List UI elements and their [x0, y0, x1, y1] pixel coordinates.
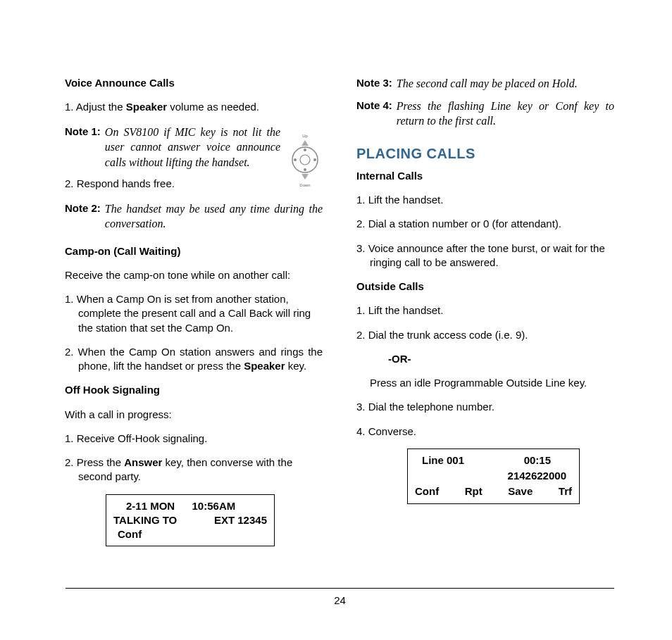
off-step-1: 1. Receive Off-Hook signaling.: [65, 432, 323, 446]
heading-internal-calls: Internal Calls: [356, 169, 614, 183]
outside-step-2b: Press an idle Programmable Outside Line …: [370, 376, 614, 390]
svg-text:Down: Down: [299, 183, 310, 187]
right-column: Note 3: The second call may be placed on…: [356, 76, 614, 546]
heading-outside-calls: Outside Calls: [356, 280, 614, 294]
note-1: Note 1: On SV8100 if MIC key is not lit …: [65, 125, 280, 170]
off-step-2: 2. Press the Answer key, then converse w…: [65, 456, 323, 484]
svg-point-4: [304, 149, 306, 151]
camp-step-1: 1. When a Camp On is set from another st…: [65, 292, 323, 335]
page-footer: 24: [66, 588, 614, 606]
offhook-intro: With a call in progress:: [65, 408, 323, 422]
voice-step-2: 2. Respond hands free.: [65, 177, 280, 191]
svg-text:Up: Up: [302, 134, 308, 138]
outside-step-2: 2. Dial the trunk access code (i.e. 9).: [356, 328, 614, 342]
note-3: Note 3: The second call may be placed on…: [356, 76, 614, 92]
navigation-pad-icon: Up Down: [287, 125, 323, 197]
footer-rule: [66, 588, 614, 589]
internal-step-3: 3. Voice announce after the tone burst, …: [356, 241, 614, 270]
heading-camp-on: Camp-on (Call Waiting): [65, 244, 323, 258]
or-separator: -OR-: [388, 352, 614, 366]
outside-step-3: 3. Dial the telephone number.: [356, 400, 614, 414]
heading-voice-announce: Voice Announce Calls: [65, 76, 323, 90]
note-4: Note 4: Press the flashing Line key or C…: [356, 99, 614, 129]
phone-display-right: Line 00100:15 2142622000 Conf Rpt Save T…: [407, 448, 580, 504]
internal-step-2: 2. Dial a station number or 0 (for atten…: [356, 217, 614, 231]
svg-marker-8: [301, 174, 309, 180]
svg-marker-1: [301, 140, 309, 146]
internal-step-1: 1. Lift the handset.: [356, 193, 614, 207]
outside-step-4: 4. Converse.: [356, 425, 614, 439]
svg-point-5: [304, 168, 306, 171]
svg-point-6: [294, 158, 297, 161]
svg-point-7: [313, 158, 316, 161]
page-number: 24: [66, 594, 614, 606]
note-2: Note 2: The handset may be used any time…: [65, 201, 323, 232]
note-with-icon: Note 1: On SV8100 if MIC key is not lit …: [65, 125, 323, 197]
outside-step-1: 1. Lift the handset.: [356, 303, 614, 318]
camp-intro: Receive the camp-on tone while on anothe…: [65, 268, 323, 282]
camp-step-2: 2. When the Camp On station answers and …: [65, 345, 323, 374]
svg-point-3: [300, 155, 310, 165]
heading-off-hook: Off Hook Signaling: [65, 383, 323, 397]
phone-display-left: 2-11 MON 10:56AM TALKING TOEXT 12345 Con…: [106, 494, 275, 547]
heading-placing-calls: PLACING CALLS: [356, 144, 614, 163]
left-column: Voice Announce Calls 1. Adjust the Speak…: [65, 76, 323, 546]
voice-step-1: 1. Adjust the Speaker volume as needed.: [65, 100, 323, 114]
